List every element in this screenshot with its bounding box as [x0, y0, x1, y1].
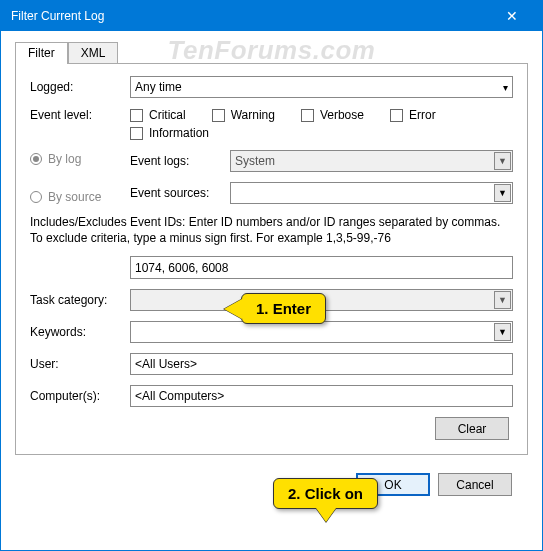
window-title: Filter Current Log: [11, 9, 104, 23]
checkbox-icon: [301, 109, 314, 122]
checkbox-verbose[interactable]: Verbose: [301, 108, 364, 122]
computers-label: Computer(s):: [30, 389, 130, 403]
event-ids-input[interactable]: [130, 256, 513, 279]
logged-select[interactable]: Any time ▾: [130, 76, 513, 98]
radio-by-log: By log: [30, 152, 130, 166]
titlebar: Filter Current Log ✕: [1, 1, 542, 31]
checkbox-warning[interactable]: Warning: [212, 108, 275, 122]
event-level-label: Event level:: [30, 108, 130, 122]
filter-panel: Logged: Any time ▾ Event level: Critical…: [15, 63, 528, 455]
event-logs-label: Event logs:: [130, 154, 230, 168]
checkbox-critical[interactable]: Critical: [130, 108, 186, 122]
checkbox-icon: [390, 109, 403, 122]
event-sources-select[interactable]: ▼: [230, 182, 513, 204]
dropdown-button-icon: ▼: [494, 291, 511, 309]
dropdown-button-icon: ▼: [494, 184, 511, 202]
tab-xml[interactable]: XML: [68, 42, 119, 64]
user-input[interactable]: [130, 353, 513, 375]
dropdown-button-icon: ▼: [494, 323, 511, 341]
tab-filter[interactable]: Filter: [15, 42, 68, 64]
event-logs-value: System: [235, 154, 275, 168]
logged-label: Logged:: [30, 80, 130, 94]
logged-value: Any time: [135, 80, 182, 94]
user-label: User:: [30, 357, 130, 371]
checkbox-error[interactable]: Error: [390, 108, 436, 122]
ids-help-text: Includes/Excludes Event IDs: Enter ID nu…: [30, 214, 513, 246]
checkbox-icon: [130, 109, 143, 122]
checkbox-icon: [130, 127, 143, 140]
event-sources-label: Event sources:: [130, 186, 230, 200]
callout-click: 2. Click on: [273, 478, 378, 509]
checkbox-information[interactable]: Information: [130, 126, 209, 140]
radio-by-source: By source: [30, 190, 130, 204]
computers-input[interactable]: [130, 385, 513, 407]
keywords-label: Keywords:: [30, 325, 130, 339]
callout-enter: 1. Enter: [241, 293, 326, 324]
close-icon[interactable]: ✕: [492, 8, 532, 24]
tabs: Filter XML: [15, 41, 528, 63]
radio-icon: [30, 153, 42, 165]
checkbox-icon: [212, 109, 225, 122]
chevron-down-icon: ▾: [503, 82, 508, 93]
clear-button[interactable]: Clear: [435, 417, 509, 440]
cancel-button[interactable]: Cancel: [438, 473, 512, 496]
keywords-select[interactable]: ▼: [130, 321, 513, 343]
radio-icon: [30, 191, 42, 203]
task-category-label: Task category:: [30, 293, 130, 307]
dropdown-button-icon: ▼: [494, 152, 511, 170]
event-logs-select: System ▼: [230, 150, 513, 172]
